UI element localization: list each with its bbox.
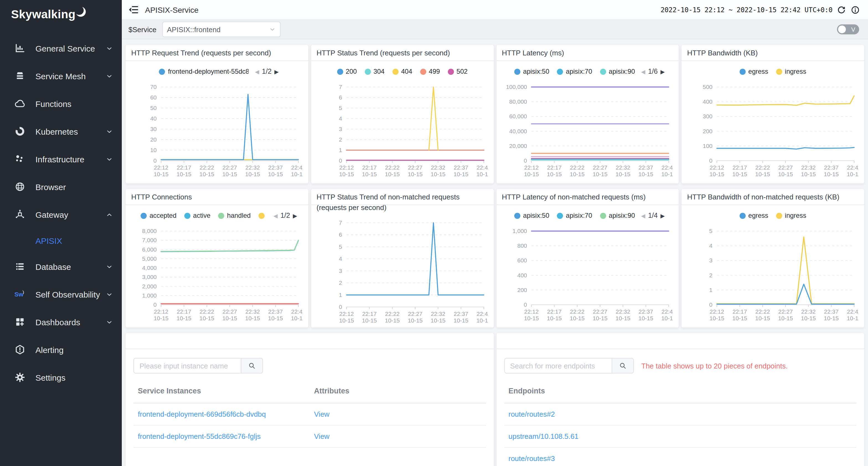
- legend-next-icon[interactable]: ▶: [660, 68, 664, 75]
- instance-link[interactable]: frontend-deployment-55dc869c76-fgljs: [138, 432, 261, 440]
- sidebar-item-apisix[interactable]: APISIX: [0, 228, 122, 253]
- legend-next-icon[interactable]: ▶: [293, 212, 297, 219]
- legend-item[interactable]: 499: [420, 67, 440, 75]
- legend-item[interactable]: accepted: [141, 212, 176, 220]
- svg-text:80,000: 80,000: [509, 98, 527, 105]
- chart-plot: 01234522:1210-1522:1710-1522:2210-1522:2…: [687, 221, 859, 324]
- legend-item[interactable]: apisix:70: [557, 67, 592, 75]
- scatter-dots-icon: [14, 153, 26, 165]
- legend-prev-icon[interactable]: ◀: [641, 68, 645, 75]
- legend-prev-icon[interactable]: ◀: [274, 212, 278, 219]
- svg-text:22:4210-15: 22:4210-15: [291, 308, 303, 321]
- svg-text:22:1210-15: 22:1210-15: [154, 164, 168, 177]
- chart-title: HTTP Status Trend of non-matched request…: [311, 189, 494, 215]
- sidebar-item-dashboards[interactable]: Dashboards: [0, 308, 122, 336]
- service-bar: $Service APISIX::frontend V: [122, 20, 868, 39]
- legend-dot: [420, 68, 426, 75]
- main-area: APISIX-Service 2022-10-15 22:12 ~ 2022-1…: [122, 0, 868, 466]
- sidebar-item-functions[interactable]: Functions: [0, 90, 122, 117]
- svg-text:22:3710-15: 22:3710-15: [268, 164, 283, 177]
- chart-legend: frontend-deployment-55dc869c76-fg◀1/2▶: [129, 66, 305, 77]
- instance-search-button[interactable]: [241, 358, 263, 374]
- legend-item[interactable]: 502: [447, 67, 467, 75]
- legend-next-icon[interactable]: ▶: [274, 68, 278, 75]
- legend-item[interactable]: active: [184, 212, 211, 220]
- legend-item[interactable]: frontend-deployment-55dc869c76-fg: [159, 67, 249, 75]
- legend-item[interactable]: ingress: [776, 212, 806, 220]
- endpoint-link[interactable]: upstream/10.108.5.61: [508, 432, 579, 440]
- legend-dot: [776, 212, 782, 219]
- legend-item[interactable]: egress: [740, 67, 768, 75]
- legend-item[interactable]: ingress: [776, 67, 806, 75]
- legend-prev-icon[interactable]: ◀: [641, 212, 645, 219]
- legend-pagination: ◀1/4▶: [641, 212, 665, 220]
- kubernetes-icon: [14, 126, 26, 137]
- view-attributes-link[interactable]: View: [314, 432, 330, 440]
- sidebar-item-gateway[interactable]: Gateway: [0, 201, 122, 228]
- legend-next-icon[interactable]: ▶: [660, 212, 664, 219]
- time-range[interactable]: 2022-10-15 22:12 ~ 2022-10-15 22:42 UTC+…: [661, 6, 833, 13]
- svg-text:6,000: 6,000: [142, 246, 157, 253]
- legend-dot: [392, 68, 398, 75]
- sidebar-item-settings[interactable]: Settings: [0, 363, 122, 391]
- svg-text:22:3710-15: 22:3710-15: [824, 308, 839, 321]
- legend-item[interactable]: apisix:70: [557, 212, 592, 220]
- legend-item[interactable]: apisix:90: [600, 67, 635, 75]
- legend-dot: [258, 212, 265, 219]
- refresh-icon[interactable]: [837, 5, 846, 14]
- logo-text: Skywalking: [11, 8, 75, 21]
- sidebar-item-kubernetes[interactable]: Kubernetes: [0, 117, 122, 145]
- column-header: Endpoints: [504, 382, 857, 403]
- svg-text:4,000: 4,000: [142, 265, 157, 271]
- sidebar-item-label: Dashboards: [35, 317, 106, 327]
- legend-item[interactable]: handled: [218, 212, 250, 220]
- endpoint-search-button[interactable]: [612, 358, 633, 374]
- legend-item[interactable]: egress: [740, 212, 768, 220]
- legend-prev-icon[interactable]: ◀: [255, 68, 259, 75]
- info-icon[interactable]: [851, 5, 860, 14]
- instance-search-input[interactable]: [133, 358, 241, 374]
- cloud-icon: [14, 98, 26, 109]
- legend-item[interactable]: apisix:50: [514, 67, 550, 75]
- sidebar-item-general-service[interactable]: General Service: [0, 34, 122, 62]
- svg-text:22:2210-15: 22:2210-15: [570, 164, 585, 177]
- sidebar-item-alerting[interactable]: Alerting: [0, 336, 122, 363]
- view-attributes-link[interactable]: View: [314, 410, 330, 418]
- legend-item[interactable]: 200: [337, 67, 357, 75]
- sidebar-collapse-icon[interactable]: [128, 4, 140, 15]
- endpoints-table: Endpoints route/routes#2upstream/10.108.…: [504, 382, 857, 466]
- instance-search-row: [133, 358, 486, 374]
- instance-link[interactable]: frontend-deployment-669d56f6cb-dvdbq: [138, 410, 266, 418]
- legend-pagination: ◀1/2▶: [274, 212, 297, 220]
- sidebar-item-self-observability[interactable]: SwSelf Observability: [0, 281, 122, 308]
- legend-page: 1/2: [262, 67, 272, 75]
- service-select[interactable]: APISIX::frontend: [162, 22, 280, 37]
- view-mode-toggle[interactable]: V: [837, 24, 859, 34]
- sidebar-nav: General ServiceService MeshFunctionsKube…: [0, 34, 122, 391]
- svg-text:2: 2: [709, 272, 713, 279]
- chart-title: HTTP Latency of non-matched requests (ms…: [496, 189, 679, 204]
- svg-text:1,000: 1,000: [513, 228, 527, 234]
- svg-text:0: 0: [709, 301, 713, 308]
- endpoint-link[interactable]: route/routes#2: [508, 410, 555, 418]
- svg-text:40: 40: [150, 115, 156, 122]
- legend-item[interactable]: 404: [392, 67, 412, 75]
- legend-item[interactable]: apisix:90: [600, 212, 635, 220]
- legend-item[interactable]: apisix:50: [514, 212, 550, 220]
- svg-text:100: 100: [703, 143, 712, 149]
- endpoint-search-input[interactable]: [504, 358, 612, 374]
- sidebar-item-infrastructure[interactable]: Infrastructure: [0, 145, 122, 173]
- legend-dot: [514, 68, 520, 75]
- endpoint-link[interactable]: route/routes#3: [508, 454, 555, 463]
- svg-text:400: 400: [518, 272, 527, 279]
- legend-dot: [740, 212, 746, 219]
- sidebar-item-service-mesh[interactable]: Service Mesh: [0, 62, 122, 90]
- legend-item[interactable]: 304: [365, 67, 384, 75]
- svg-text:22:2210-15: 22:2210-15: [570, 308, 585, 321]
- svg-text:60: 60: [150, 94, 156, 100]
- chevron-down-icon: [106, 318, 113, 325]
- legend-item[interactable]: [258, 212, 268, 219]
- svg-text:22:3210-15: 22:3210-15: [430, 164, 445, 177]
- sidebar-item-database[interactable]: Database: [0, 253, 122, 281]
- sidebar-item-browser[interactable]: Browser: [0, 173, 122, 201]
